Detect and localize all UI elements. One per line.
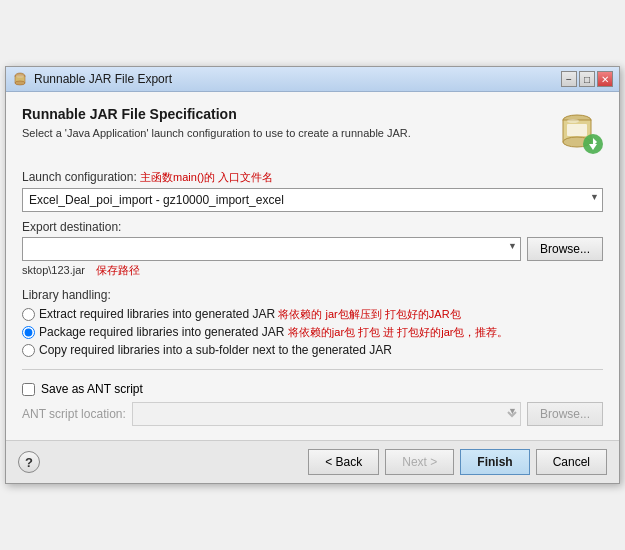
divider (22, 369, 603, 370)
ant-browse-button[interactable]: Browse... (527, 402, 603, 426)
main-window: Runnable JAR File Export − □ ✕ Runnable … (5, 66, 620, 484)
radio-copy[interactable] (22, 344, 35, 357)
finish-button[interactable]: Finish (460, 449, 529, 475)
launch-annotation: 主函数main()的 入口文件名 (140, 171, 273, 183)
library-label: Library handling: (22, 288, 603, 302)
export-dest-row: Export destination: Browse... sktop\123.… (22, 220, 603, 278)
help-button[interactable]: ? (18, 451, 40, 473)
ant-input-wrap (132, 402, 521, 426)
window-title: Runnable JAR File Export (34, 72, 172, 86)
radio-extract[interactable] (22, 308, 35, 321)
radio-copy-row: Copy required libraries into a sub-folde… (22, 343, 603, 357)
launch-config-combo-wrapper: Excel_Deal_poi_import - gz10000_import_e… (22, 188, 603, 212)
titlebar-buttons: − □ ✕ (561, 71, 613, 87)
package-annotation: 将依赖的jar包 打包 进 打包好的jar包，推荐。 (288, 326, 509, 338)
export-dest-combo-wrap (22, 237, 521, 261)
export-dest-label: Export destination: (22, 220, 603, 234)
ant-location-row: ANT script location: Browse... (22, 402, 603, 426)
svg-point-2 (15, 81, 25, 85)
save-ant-checkbox[interactable] (22, 383, 35, 396)
export-dest-input-row: Browse... (22, 237, 603, 261)
radio-extract-row: Extract required libraries into generate… (22, 307, 603, 322)
library-section: Library handling: Extract required libra… (22, 288, 603, 357)
launch-config-label: Launch configuration: 主函数main()的 入口文件名 (22, 170, 603, 185)
next-button[interactable]: Next > (385, 449, 454, 475)
radio-extract-label: Extract required libraries into generate… (39, 307, 461, 322)
svg-rect-8 (567, 124, 587, 136)
maximize-button[interactable]: □ (579, 71, 595, 87)
export-browse-button[interactable]: Browse... (527, 237, 603, 261)
radio-package[interactable] (22, 326, 35, 339)
footer: ? < Back Next > Finish Cancel (6, 440, 619, 483)
footer-buttons: < Back Next > Finish Cancel (308, 449, 607, 475)
titlebar: Runnable JAR File Export − □ ✕ (6, 67, 619, 92)
back-button[interactable]: < Back (308, 449, 379, 475)
export-dest-select[interactable] (22, 237, 521, 261)
ant-location-label: ANT script location: (22, 407, 126, 421)
window-icon (12, 71, 28, 87)
page-title: Runnable JAR File Specification (22, 106, 551, 122)
save-ant-label: Save as ANT script (41, 382, 143, 396)
svg-point-7 (567, 119, 579, 123)
svg-point-3 (16, 75, 24, 78)
header-text: Runnable JAR File Specification Select a… (22, 106, 551, 153)
export-dest-annotation: 保存路径 (96, 264, 140, 276)
launch-label-text: Launch configuration: (22, 170, 137, 184)
minimize-button[interactable]: − (561, 71, 577, 87)
launch-config-select[interactable]: Excel_Deal_poi_import - gz10000_import_e… (22, 188, 603, 212)
launch-config-row: Launch configuration: 主函数main()的 入口文件名 E… (22, 170, 603, 212)
radio-copy-label: Copy required libraries into a sub-folde… (39, 343, 392, 357)
main-content: Runnable JAR File Specification Select a… (6, 92, 619, 440)
export-dest-value-display: sktop\123.jar 保存路径 (22, 263, 603, 278)
cancel-button[interactable]: Cancel (536, 449, 607, 475)
close-button[interactable]: ✕ (597, 71, 613, 87)
ant-location-select[interactable] (132, 402, 521, 426)
titlebar-left: Runnable JAR File Export (12, 71, 172, 87)
footer-left: ? (18, 451, 40, 473)
extract-annotation: 将依赖的 jar包解压到 打包好的JAR包 (278, 308, 460, 320)
radio-package-label: Package required libraries into generate… (39, 325, 508, 340)
export-dest-value: sktop\123.jar (22, 264, 85, 276)
radio-package-row: Package required libraries into generate… (22, 325, 603, 340)
header-area: Runnable JAR File Specification Select a… (22, 106, 603, 158)
page-description: Select a 'Java Application' launch confi… (22, 126, 551, 141)
save-ant-row: Save as ANT script (22, 382, 603, 396)
jar-illustration (551, 106, 603, 158)
